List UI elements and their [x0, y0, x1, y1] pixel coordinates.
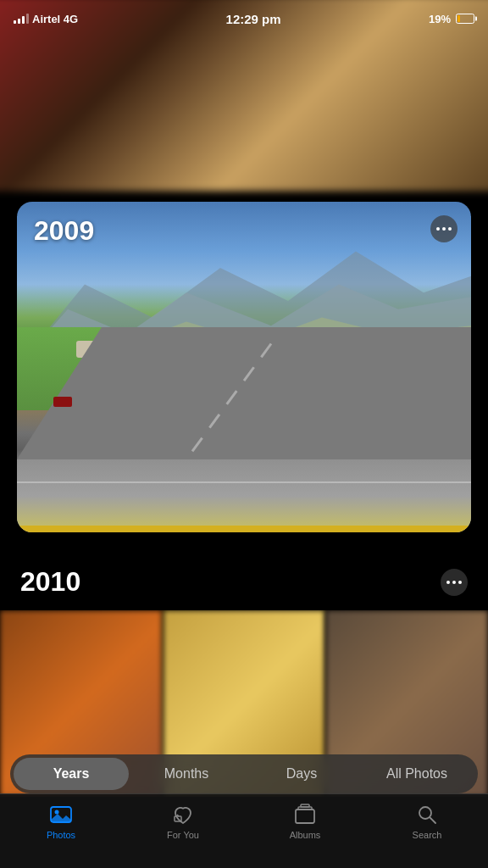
for-you-nav-label: For You [167, 830, 199, 840]
dot-1 [446, 581, 450, 584]
year-2010-header: 2010 [0, 566, 488, 598]
battery-fill [458, 15, 460, 22]
signal-bars [14, 14, 29, 24]
battery-body [456, 14, 474, 24]
dot-3 [448, 227, 452, 231]
albums-nav-icon [293, 803, 317, 826]
svg-rect-13 [301, 804, 309, 807]
dot-3 [458, 581, 462, 584]
yellow-line [17, 526, 471, 532]
signal-bar-3 [22, 16, 25, 24]
search-icon [415, 803, 439, 826]
year-2009-label: 2009 [34, 215, 94, 247]
svg-rect-11 [296, 810, 314, 823]
albums-icon [293, 803, 317, 826]
car [53, 397, 72, 407]
photos-nav-label: Photos [47, 830, 75, 840]
tab-years[interactable]: Years [14, 758, 129, 790]
carrier-name: Airtel 4G [32, 13, 78, 25]
dot-2 [452, 581, 456, 584]
dot-2 [442, 227, 446, 231]
year-section-2010: 2010 [0, 566, 488, 608]
year-2009-photo [17, 202, 471, 532]
for-you-nav-icon [171, 803, 195, 826]
tab-all-photos[interactable]: All Photos [359, 758, 474, 790]
svg-line-15 [430, 818, 436, 824]
svg-point-7 [55, 810, 59, 815]
for-you-icon [171, 803, 195, 826]
status-bar: Airtel 4G 12:29 pm 19% [0, 0, 488, 37]
photos-icon [49, 803, 73, 826]
battery-area: 19% [429, 13, 474, 25]
nav-item-photos[interactable]: Photos [0, 803, 122, 840]
battery-icon [456, 14, 474, 24]
svg-marker-4 [17, 327, 471, 459]
signal-bar-1 [14, 20, 16, 24]
nav-item-albums[interactable]: Albums [244, 803, 366, 840]
year-2009-more-button[interactable] [430, 215, 458, 242]
signal-bar-2 [18, 19, 20, 24]
albums-nav-label: Albums [290, 830, 321, 840]
year-card-2009[interactable]: 2009 [17, 202, 471, 532]
search-nav-label: Search [413, 830, 442, 840]
road-svg [17, 327, 471, 459]
bottom-nav: Photos For You Albums [0, 793, 488, 868]
nav-item-for-you[interactable]: For You [122, 803, 244, 840]
carrier-signal: Airtel 4G [14, 13, 78, 25]
photos-nav-icon [49, 803, 73, 826]
tab-days[interactable]: Days [244, 758, 359, 790]
nav-item-search[interactable]: Search [366, 803, 488, 840]
year-2010-label: 2010 [20, 566, 80, 598]
clock: 12:29 pm [226, 12, 281, 26]
tab-months[interactable]: Months [129, 758, 244, 790]
search-nav-icon [415, 803, 439, 826]
battery-percent: 19% [429, 13, 451, 25]
time-period-tabs: Years Months Days All Photos [0, 754, 488, 793]
foreground-road [17, 459, 471, 532]
time-tabs-container: Years Months Days All Photos [10, 754, 478, 793]
dot-1 [436, 227, 440, 231]
signal-bar-4 [26, 14, 29, 24]
road-divider-line [17, 481, 471, 483]
svg-marker-8 [51, 814, 71, 822]
year-2010-more-button[interactable] [441, 569, 468, 596]
